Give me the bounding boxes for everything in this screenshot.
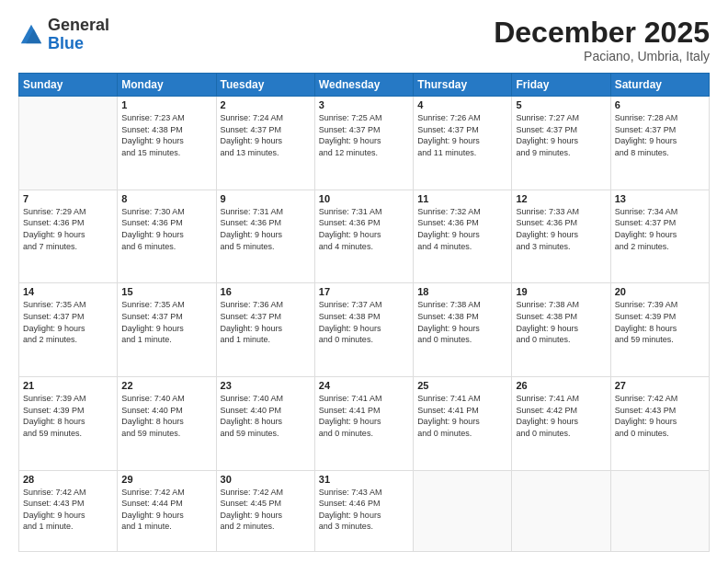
day-number: 31	[319, 474, 409, 485]
calendar-cell: 28Sunrise: 7:42 AMSunset: 4:43 PMDayligh…	[19, 470, 118, 551]
day-number: 9	[221, 193, 311, 204]
calendar-cell: 4Sunrise: 7:26 AMSunset: 4:37 PMDaylight…	[414, 97, 512, 190]
calendar-cell: 30Sunrise: 7:42 AMSunset: 4:45 PMDayligh…	[216, 470, 314, 551]
page: General Blue December 2025 Paciano, Umbr…	[0, 0, 728, 563]
cell-content: Sunrise: 7:39 AMSunset: 4:39 PMDaylight:…	[23, 393, 113, 439]
header: General Blue December 2025 Paciano, Umbr…	[18, 17, 710, 63]
calendar-cell: 7Sunrise: 7:29 AMSunset: 4:36 PMDaylight…	[19, 190, 118, 283]
logo-blue: Blue	[48, 34, 84, 52]
week-row-3: 14Sunrise: 7:35 AMSunset: 4:37 PMDayligh…	[19, 283, 710, 377]
calendar-cell: 6Sunrise: 7:28 AMSunset: 4:37 PMDaylight…	[610, 97, 709, 190]
cell-content: Sunrise: 7:42 AMSunset: 4:43 PMDaylight:…	[615, 393, 705, 439]
day-number: 6	[615, 99, 705, 110]
cell-content: Sunrise: 7:28 AMSunset: 4:37 PMDaylight:…	[615, 112, 705, 158]
weekday-header-row: SundayMondayTuesdayWednesdayThursdayFrid…	[19, 74, 710, 97]
calendar-cell: 27Sunrise: 7:42 AMSunset: 4:43 PMDayligh…	[610, 376, 709, 470]
day-number: 5	[516, 99, 606, 110]
day-number: 17	[319, 286, 409, 297]
logo: General Blue	[18, 17, 109, 53]
calendar-cell: 3Sunrise: 7:25 AMSunset: 4:37 PMDaylight…	[314, 97, 413, 190]
day-number: 7	[23, 193, 113, 204]
calendar-cell: 8Sunrise: 7:30 AMSunset: 4:36 PMDaylight…	[118, 190, 216, 283]
calendar-cell: 12Sunrise: 7:33 AMSunset: 4:36 PMDayligh…	[512, 190, 610, 283]
cell-content: Sunrise: 7:35 AMSunset: 4:37 PMDaylight:…	[121, 299, 211, 345]
day-number: 29	[121, 474, 211, 485]
calendar-cell: 11Sunrise: 7:32 AMSunset: 4:36 PMDayligh…	[414, 190, 512, 283]
week-row-1: 1Sunrise: 7:23 AMSunset: 4:38 PMDaylight…	[19, 97, 710, 190]
title-block: December 2025 Paciano, Umbria, Italy	[494, 17, 710, 63]
day-number: 1	[121, 99, 211, 110]
day-number: 15	[121, 286, 211, 297]
weekday-header-tuesday: Tuesday	[216, 74, 314, 97]
logo-general: General	[48, 16, 109, 34]
cell-content: Sunrise: 7:38 AMSunset: 4:38 PMDaylight:…	[516, 299, 606, 345]
cell-content: Sunrise: 7:32 AMSunset: 4:36 PMDaylight:…	[417, 206, 507, 252]
calendar-cell: 22Sunrise: 7:40 AMSunset: 4:40 PMDayligh…	[118, 376, 216, 470]
day-number: 13	[615, 193, 705, 204]
week-row-5: 28Sunrise: 7:42 AMSunset: 4:43 PMDayligh…	[19, 470, 710, 551]
day-number: 8	[121, 193, 211, 204]
cell-content: Sunrise: 7:23 AMSunset: 4:38 PMDaylight:…	[121, 112, 211, 158]
cell-content: Sunrise: 7:24 AMSunset: 4:37 PMDaylight:…	[221, 112, 311, 158]
cell-content: Sunrise: 7:41 AMSunset: 4:41 PMDaylight:…	[417, 393, 507, 439]
cell-content: Sunrise: 7:27 AMSunset: 4:37 PMDaylight:…	[516, 112, 606, 158]
weekday-header-sunday: Sunday	[19, 74, 118, 97]
cell-content: Sunrise: 7:31 AMSunset: 4:36 PMDaylight:…	[319, 206, 409, 252]
cell-content: Sunrise: 7:40 AMSunset: 4:40 PMDaylight:…	[221, 393, 311, 439]
day-number: 4	[417, 99, 507, 110]
day-number: 3	[319, 99, 409, 110]
calendar-cell: 14Sunrise: 7:35 AMSunset: 4:37 PMDayligh…	[19, 283, 118, 377]
weekday-header-thursday: Thursday	[414, 74, 512, 97]
calendar-cell: 20Sunrise: 7:39 AMSunset: 4:39 PMDayligh…	[610, 283, 709, 377]
calendar-cell: 19Sunrise: 7:38 AMSunset: 4:38 PMDayligh…	[512, 283, 610, 377]
day-number: 26	[516, 380, 606, 391]
cell-content: Sunrise: 7:43 AMSunset: 4:46 PMDaylight:…	[319, 487, 409, 533]
cell-content: Sunrise: 7:42 AMSunset: 4:44 PMDaylight:…	[121, 487, 211, 533]
cell-content: Sunrise: 7:26 AMSunset: 4:37 PMDaylight:…	[417, 112, 507, 158]
cell-content: Sunrise: 7:35 AMSunset: 4:37 PMDaylight:…	[23, 299, 113, 345]
weekday-header-saturday: Saturday	[610, 74, 709, 97]
day-number: 27	[615, 380, 705, 391]
calendar-cell: 29Sunrise: 7:42 AMSunset: 4:44 PMDayligh…	[118, 470, 216, 551]
calendar-cell: 17Sunrise: 7:37 AMSunset: 4:38 PMDayligh…	[314, 283, 413, 377]
calendar-cell: 26Sunrise: 7:41 AMSunset: 4:42 PMDayligh…	[512, 376, 610, 470]
cell-content: Sunrise: 7:33 AMSunset: 4:36 PMDaylight:…	[516, 206, 606, 252]
cell-content: Sunrise: 7:25 AMSunset: 4:37 PMDaylight:…	[319, 112, 409, 158]
calendar-cell	[414, 470, 512, 551]
day-number: 30	[221, 474, 311, 485]
cell-content: Sunrise: 7:31 AMSunset: 4:36 PMDaylight:…	[221, 206, 311, 252]
cell-content: Sunrise: 7:42 AMSunset: 4:43 PMDaylight:…	[23, 487, 113, 533]
week-row-2: 7Sunrise: 7:29 AMSunset: 4:36 PMDaylight…	[19, 190, 710, 283]
cell-content: Sunrise: 7:37 AMSunset: 4:38 PMDaylight:…	[319, 299, 409, 345]
cell-content: Sunrise: 7:29 AMSunset: 4:36 PMDaylight:…	[23, 206, 113, 252]
day-number: 24	[319, 380, 409, 391]
cell-content: Sunrise: 7:41 AMSunset: 4:41 PMDaylight:…	[319, 393, 409, 439]
cell-content: Sunrise: 7:41 AMSunset: 4:42 PMDaylight:…	[516, 393, 606, 439]
cell-content: Sunrise: 7:42 AMSunset: 4:45 PMDaylight:…	[221, 487, 311, 533]
day-number: 2	[221, 99, 311, 110]
day-number: 20	[615, 286, 705, 297]
weekday-header-wednesday: Wednesday	[314, 74, 413, 97]
calendar-cell	[512, 470, 610, 551]
weekday-header-monday: Monday	[118, 74, 216, 97]
day-number: 16	[221, 286, 311, 297]
day-number: 10	[319, 193, 409, 204]
calendar-cell: 1Sunrise: 7:23 AMSunset: 4:38 PMDaylight…	[118, 97, 216, 190]
day-number: 23	[221, 380, 311, 391]
calendar-cell: 25Sunrise: 7:41 AMSunset: 4:41 PMDayligh…	[414, 376, 512, 470]
week-row-4: 21Sunrise: 7:39 AMSunset: 4:39 PMDayligh…	[19, 376, 710, 470]
cell-content: Sunrise: 7:30 AMSunset: 4:36 PMDaylight:…	[121, 206, 211, 252]
calendar: SundayMondayTuesdayWednesdayThursdayFrid…	[18, 73, 710, 552]
month-title: December 2025	[494, 17, 710, 49]
logo-text: General Blue	[48, 17, 109, 53]
calendar-cell: 10Sunrise: 7:31 AMSunset: 4:36 PMDayligh…	[314, 190, 413, 283]
calendar-cell	[610, 470, 709, 551]
calendar-cell: 21Sunrise: 7:39 AMSunset: 4:39 PMDayligh…	[19, 376, 118, 470]
day-number: 14	[23, 286, 113, 297]
calendar-cell: 9Sunrise: 7:31 AMSunset: 4:36 PMDaylight…	[216, 190, 314, 283]
day-number: 28	[23, 474, 113, 485]
calendar-cell: 18Sunrise: 7:38 AMSunset: 4:38 PMDayligh…	[414, 283, 512, 377]
calendar-cell: 13Sunrise: 7:34 AMSunset: 4:37 PMDayligh…	[610, 190, 709, 283]
day-number: 22	[121, 380, 211, 391]
day-number: 25	[417, 380, 507, 391]
